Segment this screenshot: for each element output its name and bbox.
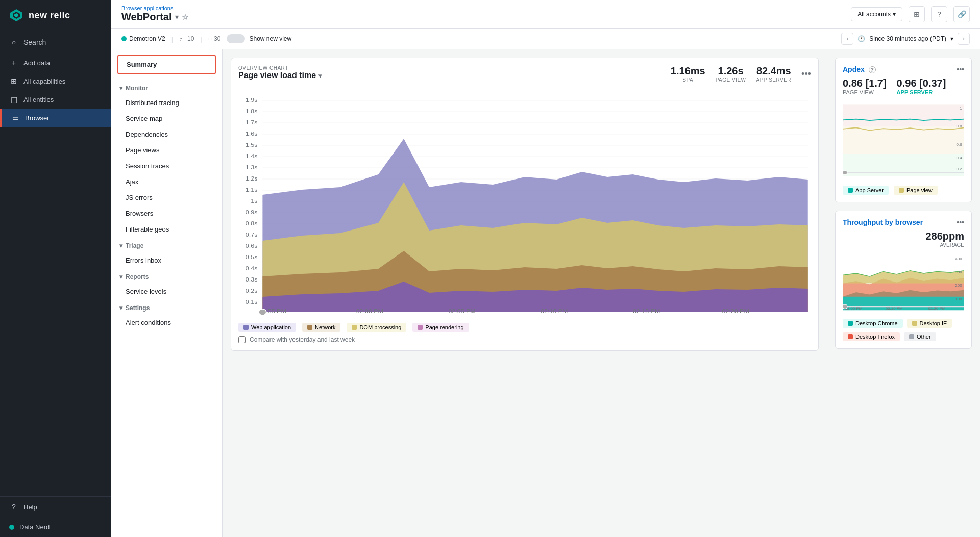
add-data-item[interactable]: + Add data	[0, 54, 111, 72]
title-chevron[interactable]: ▾	[175, 13, 179, 21]
chart-header-left: OVERVIEW CHART Page view load time ▾	[238, 65, 322, 80]
time-label[interactable]: Since 30 minutes ago (PDT)	[869, 35, 946, 42]
triage-label: Triage	[126, 242, 143, 249]
compare-row: Compare with yesterday and last week	[238, 336, 811, 343]
apdex-options-button[interactable]: •••	[957, 65, 964, 73]
apdex-legend-pageview[interactable]: Page view	[894, 186, 938, 195]
throughput-legend-ie[interactable]: Desktop IE	[907, 319, 952, 328]
legend-dom[interactable]: DOM processing	[347, 323, 406, 332]
apdex-title: Apdex ?	[843, 65, 876, 73]
alert-count: 30	[214, 35, 220, 42]
breadcrumb[interactable]: Browser applications	[121, 5, 188, 11]
legend-dom-label: DOM processing	[359, 324, 401, 330]
tag-badge[interactable]: 🏷 10	[179, 35, 194, 42]
nav-ajax[interactable]: Ajax	[111, 174, 222, 190]
apdex-legend-appserver[interactable]: App Server	[843, 186, 889, 195]
nav-session-traces[interactable]: Session traces	[111, 158, 222, 174]
nav-alert-conditions[interactable]: Alert conditions	[111, 315, 222, 330]
search-icon: ○	[9, 38, 18, 46]
nav-js-errors[interactable]: JS errors	[111, 190, 222, 206]
tag-count: 10	[187, 35, 194, 42]
accounts-button[interactable]: All accounts ▾	[851, 7, 902, 21]
summary-nav-item[interactable]: Summary	[117, 55, 216, 74]
ie-label: Desktop IE	[920, 320, 947, 326]
topbar-right: All accounts ▾ ⊞ ? 🔗	[851, 6, 970, 22]
nav-dependencies[interactable]: Dependencies	[111, 126, 222, 142]
apdex-title-text: Apdex	[843, 65, 865, 73]
nav-filterable-geos[interactable]: Filterable geos	[111, 221, 222, 237]
grid-view-button[interactable]: ⊞	[909, 6, 925, 22]
browser-icon: ▭	[11, 114, 20, 122]
chart-options-button[interactable]: •••	[801, 69, 811, 80]
stat-app-server: 82.4ms APP SERVER	[756, 65, 792, 83]
reports-label: Reports	[126, 273, 149, 280]
svg-text:0.5s: 0.5s	[246, 254, 258, 260]
help-button[interactable]: ?	[931, 6, 947, 22]
svg-text:1.4s: 1.4s	[246, 154, 258, 159]
monitor-section-header[interactable]: ▾ Monitor	[111, 80, 222, 95]
show-new-toggle[interactable]: Show new view	[227, 34, 291, 43]
svg-text:02:00 PM: 02:00 PM	[356, 309, 383, 314]
link-button[interactable]: 🔗	[953, 6, 970, 22]
legend-page-render-dot	[418, 325, 423, 330]
legend-network[interactable]: Network	[302, 323, 340, 332]
next-time-button[interactable]: ›	[958, 33, 970, 45]
legend-web-app[interactable]: Web application	[238, 323, 296, 332]
monitor-chevron: ▾	[119, 85, 122, 92]
svg-text:0.4: 0.4	[957, 156, 963, 160]
nav-service-levels[interactable]: Service levels	[111, 284, 222, 299]
prev-time-button[interactable]: ‹	[841, 33, 853, 45]
chart-header-text: OVERVIEW CHART Page view load time ▾	[238, 65, 322, 80]
svg-text:1.6s: 1.6s	[246, 131, 258, 137]
chart-title-text: Page view load time	[238, 71, 316, 80]
throughput-title-text: Throughput by browser	[843, 218, 923, 226]
nav-errors-inbox[interactable]: Errors inbox	[111, 252, 222, 268]
legend-page-render[interactable]: Page rendering	[412, 323, 469, 332]
toggle-switch[interactable]	[227, 34, 245, 43]
ie-dot	[912, 321, 917, 326]
stat-appserver-value: 82.4ms	[756, 65, 791, 77]
browser-item[interactable]: ▭ Browser	[0, 109, 111, 127]
apdex-appserver-val: 0.96 [0.37]	[897, 78, 946, 89]
apdex-appserver-legend-label: App Server	[855, 187, 884, 193]
settings-section-header[interactable]: ▾ Settings	[111, 299, 222, 315]
throughput-legend-firefox[interactable]: Desktop Firefox	[843, 332, 900, 341]
nav-browsers[interactable]: Browsers	[111, 206, 222, 221]
throughput-legend-other[interactable]: Other	[904, 332, 936, 341]
chrome-label: Desktop Chrome	[855, 320, 898, 326]
all-entities-item[interactable]: ◫ All entities	[0, 90, 111, 109]
legend-web-app-dot	[243, 325, 249, 330]
apdex-appserver-score: 0.96 [0.37] APP SERVER	[897, 78, 946, 95]
area-chart: 1.9s 1.8s 1.7s 1.6s 1.5s 1.4s 1.3s 1.2s …	[238, 93, 811, 317]
grid-icon: ⊞	[9, 77, 18, 85]
nav-distributed-tracing[interactable]: Distributed tracing	[111, 95, 222, 111]
nav-page-views[interactable]: Page views	[111, 142, 222, 158]
reports-section-header[interactable]: ▾ Reports	[111, 268, 222, 284]
layers-icon: ◫	[9, 95, 18, 104]
triage-section-header[interactable]: ▾ Triage	[111, 237, 222, 252]
apdex-scores: 0.86 [1.7] PAGE VIEW 0.96 [0.37] APP SER…	[843, 78, 964, 95]
alert-badge[interactable]: ○ 30	[208, 35, 221, 42]
apdex-appserver-dot	[848, 188, 853, 193]
chart-dropdown[interactable]: ▾	[318, 72, 322, 80]
time-chevron: ▾	[950, 35, 953, 42]
throughput-options-button[interactable]: •••	[957, 218, 964, 226]
throughput-legend-chrome[interactable]: Desktop Chrome	[843, 319, 903, 328]
compare-checkbox[interactable]	[238, 336, 246, 343]
left-nav: Summary ▾ Monitor Distributed tracing Se…	[111, 49, 223, 537]
search-item[interactable]: ○ Search	[0, 31, 111, 54]
favorite-star[interactable]: ☆	[182, 13, 188, 22]
legend-network-label: Network	[315, 324, 335, 330]
right-panel: Apdex ? ••• 0.86 [1.7] PAGE VIEW 0.96 [0…	[827, 49, 980, 537]
plus-icon: +	[9, 59, 18, 67]
apdex-help-icon[interactable]: ?	[869, 66, 876, 73]
svg-text:02:10 PM: 02:10 PM	[541, 309, 568, 314]
svg-text:300: 300	[955, 270, 962, 274]
help-item[interactable]: ? Help	[0, 497, 111, 517]
all-capabilities-item[interactable]: ⊞ All capabilities	[0, 72, 111, 90]
all-capabilities-label: All capabilities	[23, 78, 65, 85]
svg-text:0.2: 0.2	[957, 167, 962, 171]
data-nerd-item[interactable]: Data Nerd	[0, 517, 111, 537]
nav-service-map[interactable]: Service map	[111, 111, 222, 126]
svg-text:02:15 PM: 02:15 PM	[633, 309, 660, 314]
